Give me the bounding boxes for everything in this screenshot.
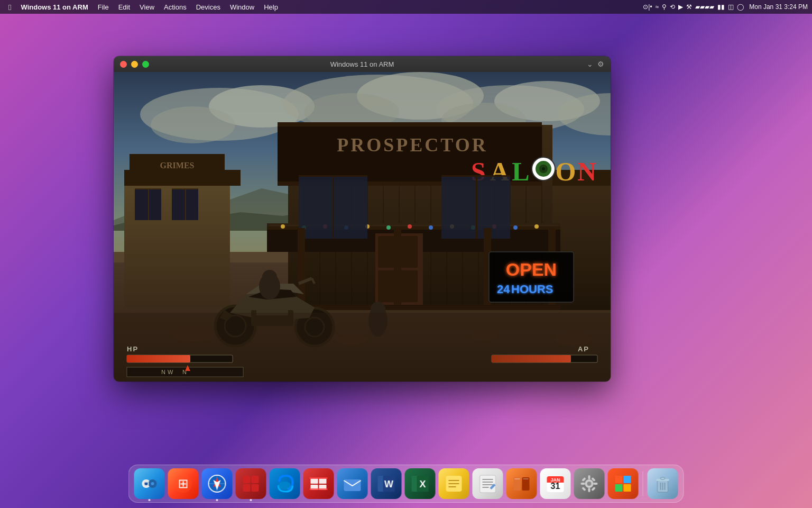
svg-text:⊞: ⊞ <box>178 476 189 491</box>
svg-text:O: O <box>556 157 576 186</box>
vm-titlebar: Windows 11 on ARM ⌄ ⚙ <box>114 56 611 72</box>
maximize-button[interactable] <box>142 61 149 68</box>
dock-safari[interactable] <box>202 468 233 499</box>
dock-microsoft365[interactable] <box>608 468 639 499</box>
svg-rect-174 <box>588 488 590 492</box>
dock-launchpad[interactable]: ⊞ <box>168 468 199 499</box>
menubar-file[interactable]: File <box>94 2 113 12</box>
svg-point-3 <box>151 106 235 143</box>
svg-text:L: L <box>512 157 529 186</box>
svg-rect-144 <box>310 477 328 479</box>
svg-point-125 <box>151 482 154 485</box>
finder-active-dot <box>149 499 151 501</box>
wifi-icon[interactable]: ≈ <box>656 3 659 11</box>
svg-point-139 <box>279 482 291 490</box>
menubar-window[interactable]: Window <box>226 2 259 12</box>
svg-point-58 <box>534 224 539 229</box>
menubar-right: ⊙|• ≈ ⚲ ⟲ ▶ ⚒ ▰▰▰▰ ▮▮ ◫ ◯ Mon Jan 31 3:2… <box>643 3 808 11</box>
svg-rect-183 <box>615 484 623 492</box>
dock: ⊞ <box>128 465 684 503</box>
svg-rect-141 <box>319 478 327 484</box>
svg-point-104 <box>262 270 277 285</box>
svg-text:NW: NW <box>161 369 175 375</box>
svg-text:W: W <box>384 479 393 489</box>
svg-rect-157 <box>480 475 496 493</box>
svg-rect-136 <box>252 476 259 483</box>
dock-edge[interactable] <box>270 468 300 499</box>
svg-rect-180 <box>591 487 595 491</box>
svg-rect-140 <box>311 478 318 484</box>
svg-rect-164 <box>515 478 520 479</box>
svg-rect-82 <box>399 270 418 302</box>
svg-rect-173 <box>588 475 590 479</box>
vm-view-icon[interactable]: ⌄ <box>587 60 593 68</box>
hp-label: HP <box>127 345 139 353</box>
minimize-button[interactable] <box>131 61 138 68</box>
menubar-left:  Windows 11 on ARM File Edit View Actio… <box>4 2 643 12</box>
vm-settings-icon[interactable]: ⚙ <box>597 60 604 68</box>
svg-rect-165 <box>523 478 529 479</box>
dock-calendar[interactable]: JAN 31 <box>540 468 571 499</box>
svg-rect-181 <box>615 476 623 483</box>
svg-rect-79 <box>378 236 396 268</box>
dock-mail[interactable] <box>337 468 368 499</box>
svg-point-57 <box>513 225 518 230</box>
search-icon[interactable]: ⚲ <box>662 3 667 11</box>
svg-text:N: N <box>577 157 596 186</box>
vm-titlebar-right: ⌄ ⚙ <box>587 60 604 68</box>
svg-rect-80 <box>399 236 418 268</box>
svg-rect-137 <box>243 484 251 492</box>
svg-rect-60 <box>278 122 542 126</box>
dock-separator <box>643 471 643 496</box>
tuner-icon[interactable]: ⚒ <box>686 3 692 11</box>
menubar-view[interactable]: View <box>135 2 159 12</box>
menubar-edit[interactable]: Edit <box>114 2 134 12</box>
bluetooth-icon[interactable]: ⟲ <box>670 3 675 11</box>
pause-icon[interactable]: ▮▮ <box>717 3 725 11</box>
dock-notes[interactable] <box>439 468 469 499</box>
svg-rect-83 <box>298 228 305 310</box>
svg-text:PROSPECTOR: PROSPECTOR <box>337 134 487 156</box>
dock-trash[interactable] <box>648 468 678 499</box>
svg-rect-177 <box>582 477 586 482</box>
menubar-app-name[interactable]: Windows 11 on ARM <box>16 2 92 12</box>
menu-extra-icon: ⊙|• <box>643 3 652 11</box>
dock-books[interactable] <box>506 468 537 499</box>
svg-rect-145 <box>310 488 328 490</box>
airdrop-icon[interactable]: ◯ <box>737 3 744 11</box>
dock-word[interactable]: W <box>371 468 402 499</box>
svg-rect-135 <box>243 476 251 483</box>
menubar-clock: Mon Jan 31 3:24 PM <box>749 3 808 11</box>
close-button[interactable] <box>120 61 127 68</box>
game-scene: GRIMES <box>114 72 611 382</box>
svg-rect-113 <box>127 355 190 362</box>
battery-icon: ▰▰▰▰ <box>695 3 714 11</box>
menubar-help[interactable]: Help <box>260 2 282 12</box>
svg-rect-81 <box>378 270 396 302</box>
dock-textedit[interactable] <box>473 468 503 499</box>
time-machine-icon[interactable]: ▶ <box>678 3 683 11</box>
dock-system-settings[interactable] <box>574 468 605 499</box>
parallels-active-dot <box>250 499 252 501</box>
game-content: GRIMES <box>114 72 611 382</box>
svg-text:GRIMES: GRIMES <box>160 161 195 170</box>
svg-point-172 <box>587 482 592 486</box>
apple-menu[interactable]:  <box>4 3 15 12</box>
svg-point-53 <box>429 225 433 230</box>
svg-text:24: 24 <box>497 283 510 296</box>
svg-rect-175 <box>581 483 585 485</box>
menubar-actions[interactable]: Actions <box>160 2 191 12</box>
dock-finder[interactable] <box>134 468 165 499</box>
svg-rect-184 <box>624 484 631 492</box>
menubar:  Windows 11 on ARM File Edit View Actio… <box>0 0 812 14</box>
svg-rect-179 <box>582 487 586 491</box>
dock-parallels[interactable] <box>236 468 266 499</box>
menubar-devices[interactable]: Devices <box>192 2 225 12</box>
svg-rect-74 <box>333 175 334 239</box>
display-icon[interactable]: ◫ <box>728 3 734 11</box>
svg-rect-138 <box>252 484 259 492</box>
dock-windows-app[interactable] <box>303 468 334 499</box>
svg-rect-20 <box>185 188 186 220</box>
dock-excel[interactable]: X <box>405 468 436 499</box>
svg-rect-77 <box>476 175 477 239</box>
